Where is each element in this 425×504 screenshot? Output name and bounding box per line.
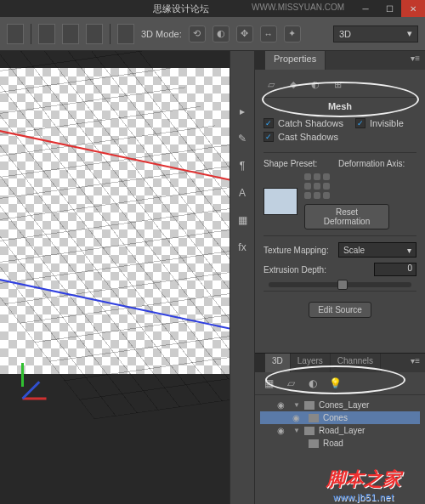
y-axis-icon[interactable] xyxy=(21,363,24,387)
mesh-filter-icon[interactable]: ▱ xyxy=(284,377,298,390)
chevron-down-icon: ▾ xyxy=(407,246,411,255)
3d-mode-label: 3D Mode: xyxy=(141,29,182,39)
tree-cones[interactable]: ◉Cones xyxy=(260,411,420,424)
invisible-checkbox[interactable]: ✓Invisible xyxy=(355,118,404,128)
close-button[interactable]: ✕ xyxy=(401,0,425,17)
edit-source-button[interactable]: Edit Source xyxy=(309,302,371,318)
maximize-button[interactable]: ☐ xyxy=(377,0,401,17)
scale-icon[interactable]: ✦ xyxy=(284,25,301,42)
extrusion-depth-label: Extrusion Depth: xyxy=(264,265,332,275)
extrusion-depth-field[interactable]: 0 xyxy=(374,263,416,276)
window-controls: ─ ☐ ✕ xyxy=(354,0,425,17)
tab-3d[interactable]: 3D xyxy=(265,354,291,372)
distribute-v-icon[interactable] xyxy=(62,24,79,44)
swatch-icon[interactable]: ▦ xyxy=(233,211,252,229)
texture-mapping-select[interactable]: Scale▾ xyxy=(338,242,416,258)
visibility-icon[interactable]: ◉ xyxy=(292,413,304,422)
shape-preset-swatch[interactable] xyxy=(264,188,298,215)
light-filter-icon[interactable]: 💡 xyxy=(328,377,342,390)
fx-icon[interactable]: fx xyxy=(233,238,252,257)
tree-road[interactable]: Road xyxy=(260,437,420,450)
properties-panel-tabs: Properties ▾≡ xyxy=(255,51,425,70)
character-icon[interactable]: A xyxy=(233,184,252,202)
roll-icon[interactable]: ◐ xyxy=(212,25,230,42)
tab-properties[interactable]: Properties xyxy=(265,51,326,70)
render-mode-dropdown[interactable]: 3D▾ xyxy=(333,25,418,42)
slide-icon[interactable]: ↔ xyxy=(260,25,277,42)
tree-cones-layer[interactable]: ◉▼Cones_Layer xyxy=(260,399,420,411)
paragraph-icon[interactable]: ¶ xyxy=(233,156,252,175)
align-left-icon[interactable] xyxy=(7,24,24,44)
3d-canvas[interactable] xyxy=(0,51,230,504)
tab-channels[interactable]: Channels xyxy=(331,354,381,372)
material-filter-icon[interactable]: ◐ xyxy=(306,377,320,390)
properties-filter-row: ▱ ◆ ◐ ⊞ xyxy=(264,75,416,98)
visibility-icon[interactable]: ◉ xyxy=(277,426,289,435)
brush-icon[interactable]: ✎ xyxy=(233,129,252,148)
vertical-toolbar: ▸ ✎ ¶ A ▦ fx xyxy=(230,51,255,504)
section-mesh-title: Mesh xyxy=(264,98,416,115)
catch-shadows-checkbox[interactable]: ✓Catch Shadows xyxy=(264,118,343,128)
scene-filter-icon[interactable]: ▦ xyxy=(262,377,275,390)
pan-icon[interactable]: ✥ xyxy=(236,25,253,42)
ground-plane-grid xyxy=(0,67,230,376)
cap-filter-icon[interactable]: ◐ xyxy=(308,76,323,92)
panel-menu-icon[interactable]: ▾≡ xyxy=(405,354,425,372)
3d-panel-tabs: 3D Layers Channels ▾≡ xyxy=(255,354,425,372)
orbit-icon[interactable]: ⟲ xyxy=(189,25,206,42)
collapse-icon[interactable]: ▸ xyxy=(233,102,252,121)
window-title: 思缘设计论坛 xyxy=(153,3,209,15)
shape-preset-label: Shape Preset: xyxy=(264,159,332,168)
chevron-down-icon: ▾ xyxy=(407,28,412,39)
3d-filter-row: ▦ ▱ ◐ 💡 xyxy=(255,372,425,395)
tab-layers[interactable]: Layers xyxy=(291,354,331,372)
extrusion-slider[interactable] xyxy=(269,282,411,287)
cast-shadows-checkbox[interactable]: ✓Cast Shadows xyxy=(264,132,338,142)
footer-watermark: 脚本之家 www.jb51.net xyxy=(326,467,401,502)
tree-road-layer[interactable]: ◉▼Road_Layer xyxy=(260,424,420,437)
align-distribute-icon[interactable] xyxy=(117,24,134,44)
deform-filter-icon[interactable]: ◆ xyxy=(286,76,301,92)
options-bar: 3D Mode: ⟲ ◐ ✥ ↔ ✦ 3D▾ xyxy=(0,17,425,51)
coord-filter-icon[interactable]: ⊞ xyxy=(330,76,345,92)
texture-mapping-label: Texture Mapping: xyxy=(264,246,332,255)
minimize-button[interactable]: ─ xyxy=(354,0,377,17)
deform-axis-label: Deformation Axis: xyxy=(338,159,406,168)
panel-menu-icon[interactable]: ▾≡ xyxy=(405,51,425,70)
x-axis-icon[interactable] xyxy=(23,398,47,400)
reset-deformation-button[interactable]: Reset Deformation xyxy=(304,204,389,229)
deformation-axis-grid[interactable] xyxy=(304,173,389,199)
align-center-icon[interactable] xyxy=(86,24,103,44)
distribute-h-icon[interactable] xyxy=(38,24,55,44)
mesh-filter-icon[interactable]: ▱ xyxy=(264,76,279,92)
watermark-url: WWW.MISSYUAN.COM xyxy=(252,3,344,12)
visibility-icon[interactable]: ◉ xyxy=(277,400,289,410)
